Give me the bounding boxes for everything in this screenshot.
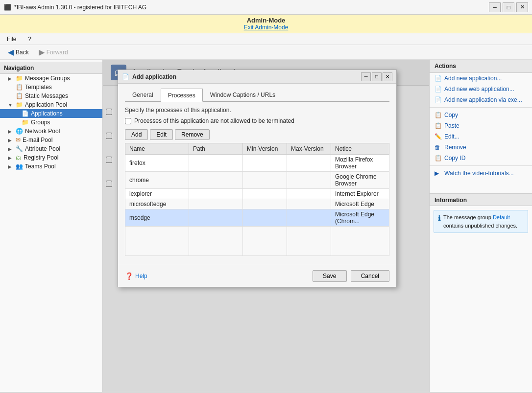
action-label: Add new application via exe... [444,96,522,103]
back-label: Back [16,49,29,56]
dialog-icon: 📄 [122,73,129,80]
menu-help[interactable]: ? [25,35,34,44]
remove-icon: 🗑 [435,144,441,151]
information-section: Information ℹ The message group Default … [430,193,532,233]
no-terminate-label: Processes of this application are not al… [134,117,294,124]
remove-process-button[interactable]: Remove [175,129,210,140]
forward-icon: ▶ [39,47,45,57]
edit-icon: ✏️ [435,133,441,140]
edit-process-button[interactable]: Edit [150,129,173,140]
col-notice: Notice [331,143,389,155]
help-button[interactable]: ❓ Help [125,272,147,280]
sidebar-item-groups[interactable]: ▶ 📁 Groups [0,118,102,127]
sidebar-item-applications[interactable]: ▶ 📄 Applications [0,109,102,118]
cell-notice: Internet Explorer [331,189,389,199]
add-icon: 📄 [435,75,441,82]
expand-icon: ▶ [8,138,14,143]
action-paste[interactable]: 📋 Paste [430,120,532,131]
sidebar-item-message-groups[interactable]: ▶ 📁 Message Groups [0,74,102,83]
add-web-icon: 📄 [435,86,441,92]
back-button[interactable]: ◀ Back [4,46,33,58]
sidebar-item-network-pool[interactable]: ▶ 🌐 Network Pool [0,127,102,136]
close-button[interactable]: ✕ [516,2,528,12]
action-add-new-application-via-exe[interactable]: 📄 Add new application via exe... [430,94,532,105]
dialog-title: 📄 Add application [122,73,176,80]
sidebar-item-templates[interactable]: ▶ 📋 Templates [0,83,102,92]
cancel-button[interactable]: Cancel [351,270,389,282]
tab-processes[interactable]: Processes [161,89,203,102]
tab-general[interactable]: General [125,89,161,101]
expand-icon: ▶ [8,129,14,134]
action-label: Add new web application... [444,86,514,92]
action-add-new-application[interactable]: 📄 Add new application... [430,73,532,84]
sidebar-item-teams-pool[interactable]: ▶ 👥 Teams Pool [0,162,102,171]
col-path: Path [189,143,243,155]
expand-icon: ▶ [8,93,14,99]
menu-file[interactable]: File [4,35,19,44]
sidebar-item-label: Templates [25,84,52,91]
sidebar-item-email-pool[interactable]: ▶ ✉ E-mail Pool [0,136,102,144]
expand-icon: ▶ [8,155,14,161]
dialog-maximize-button[interactable]: □ [372,72,382,81]
titlebar: ⬛ *IBI-aws Admin 1.30.0 - registered for… [0,0,532,15]
action-label: Edit... [444,133,459,140]
minimize-button[interactable]: ─ [489,2,501,12]
action-edit[interactable]: ✏️ Edit... [430,131,532,142]
action-copy[interactable]: 📋 Copy [430,110,532,120]
table-row[interactable]: chrome Google Chrome Browser [125,172,389,189]
add-process-button[interactable]: Add [125,129,148,140]
sidebar-item-attribute-pool[interactable]: ▶ 🔧 Attribute Pool [0,144,102,153]
dialog-footer-buttons: Save Cancel [313,270,389,282]
registry-pool-icon: 🗂 [16,154,22,161]
cell-max-version [287,189,331,199]
tab-window-captions[interactable]: Window Captions / URLs [203,89,283,101]
help-icon: ❓ [125,272,133,280]
information-header: Information [430,193,532,206]
action-add-new-web-application[interactable]: 📄 Add new web application... [430,84,532,94]
action-label: Copy ID [444,155,465,162]
no-terminate-checkbox[interactable] [125,118,131,124]
action-label: Copy [444,112,458,118]
action-label: Paste [444,122,459,129]
table-row[interactable]: iexplorer Internet Explorer [125,189,389,199]
dialog-tab-bar: General Processes Window Captions / URLs [125,89,389,102]
actions-panel: Actions 📄 Add new application... 📄 Add n… [429,60,532,392]
maximize-button[interactable]: □ [503,2,514,12]
sidebar-item-static-messages[interactable]: ▶ 📋 Static Messages [0,92,102,100]
sidebar-item-label: Attribute Pool [25,145,60,152]
table-row-empty[interactable] [125,227,389,256]
applications-icon: 📄 [22,110,29,117]
table-row[interactable]: microsoftedge Microsoft Edge [125,199,389,209]
cell-name: firefox [125,155,189,172]
exit-admin-mode-link[interactable]: Exit Admin-Mode [0,24,532,31]
application-pool-icon: 📁 [16,101,23,108]
sidebar-item-label: Applications [31,110,63,117]
expand-icon: ▶ [14,120,20,125]
table-row[interactable]: msedge Microsoft Edge (Chrom... [125,209,389,227]
forward-label: Forward [47,49,68,56]
dialog-footer: ❓ Help Save Cancel [118,265,396,287]
empty-cell [331,227,389,256]
action-watch-video[interactable]: ▶ Watch the video-tutorials... [430,168,532,179]
info-link[interactable]: Default [493,214,510,220]
sidebar-item-registry-pool[interactable]: ▶ 🗂 Registry Pool [0,153,102,162]
main-area: Navigation ▶ 📁 Message Groups ▶ 📋 Templa… [0,60,532,392]
info-message-suffix: contains unpublished changes. [443,223,517,229]
save-button[interactable]: Save [313,270,347,282]
cell-max-version [287,155,331,172]
dialog-minimize-button[interactable]: ─ [361,72,371,81]
empty-cell [287,227,331,256]
help-label: Help [135,273,147,279]
action-copy-id[interactable]: 📋 Copy ID [430,153,532,163]
network-pool-icon: 🌐 [16,128,23,135]
actions-header: Actions [430,60,532,73]
table-row[interactable]: firefox Mozilla Firefox Browser [125,155,389,172]
cell-max-version [287,172,331,189]
expand-icon: ▶ [14,111,20,116]
dialog-close-button[interactable]: ✕ [383,72,392,81]
sidebar-item-application-pool[interactable]: ▼ 📁 Application Pool [0,100,102,109]
back-icon: ◀ [8,47,14,57]
app-icon: ⬛ [4,4,11,11]
action-remove[interactable]: 🗑 Remove [430,142,532,153]
forward-button[interactable]: ▶ Forward [35,46,72,58]
